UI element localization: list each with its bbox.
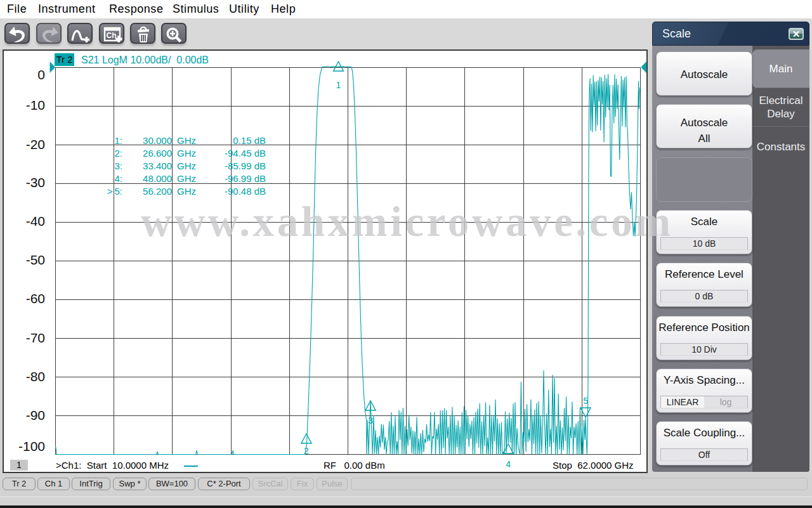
svg-text:3: 3 — [368, 415, 373, 426]
svg-text:5: 5 — [583, 396, 588, 406]
svg-text:2: 2 — [304, 446, 309, 456]
svg-text:Ch: Ch — [107, 31, 117, 40]
svg-text:1: 1 — [336, 80, 341, 90]
